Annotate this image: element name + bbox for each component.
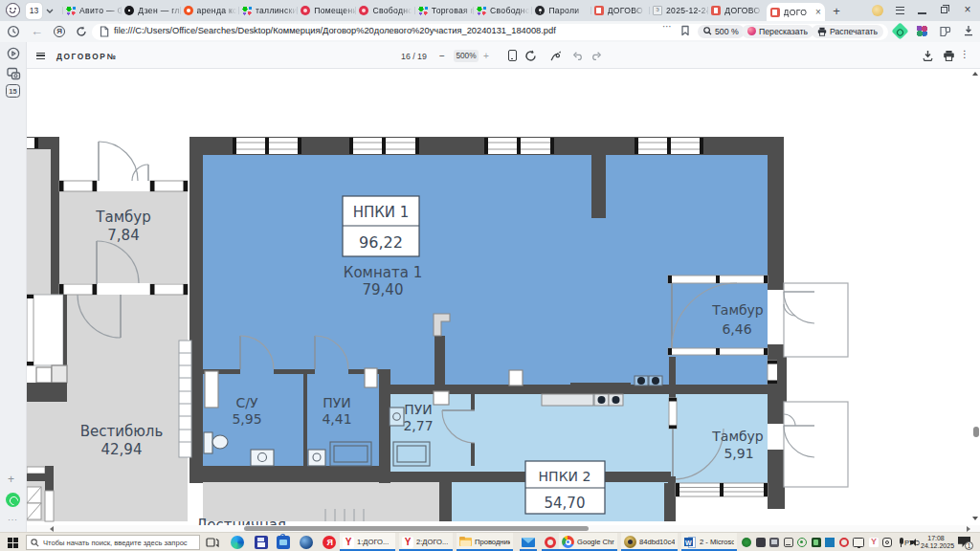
- pdf-kebab-icon[interactable]: ⋮: [960, 49, 969, 59]
- globe-browser-icon[interactable]: [300, 536, 313, 549]
- pdf-annotate-icon[interactable]: [549, 50, 562, 62]
- chrome-icon: [562, 536, 574, 548]
- pdf-download-icon[interactable]: [922, 50, 934, 62]
- scroll-down-arrow[interactable]: [972, 517, 978, 520]
- browser-tab-1[interactable]: Авито — О: [62, 0, 121, 21]
- language-indicator[interactable]: РУС: [904, 539, 919, 547]
- start-button[interactable]: [8, 538, 18, 548]
- horizontal-scroll-thumb[interactable]: [244, 526, 589, 531]
- browser-tab-13[interactable]: ДОГО ×: [767, 3, 825, 21]
- floppy-app-icon[interactable]: [255, 536, 268, 549]
- taskbar-app-explorer[interactable]: Проводник: [457, 533, 513, 551]
- browser-tab-10[interactable]: ДОГОВО: [590, 0, 649, 21]
- tray-darkgreen-icon[interactable]: [812, 538, 821, 547]
- taskbar-app-doc1[interactable]: 1:ДОГО...: [340, 533, 395, 551]
- mail-app-icon[interactable]: [520, 533, 537, 551]
- scroll-right-arrow[interactable]: [967, 526, 970, 532]
- tray-yandex-icon[interactable]: Y: [869, 538, 879, 547]
- tab-group-chevron[interactable]: [43, 3, 56, 19]
- window-close-button[interactable]: ×: [961, 3, 974, 16]
- browser-tab-12[interactable]: ДОГОВО: [707, 0, 766, 21]
- browser-menu-icon[interactable]: [896, 7, 904, 14]
- sidebar-player-icon[interactable]: [7, 47, 20, 60]
- address-bar: ← Я file:///C:/Users/Office/Searches/Des…: [0, 21, 980, 42]
- pdf-zoom-level[interactable]: 500%: [454, 50, 479, 62]
- taskbar-app-word[interactable]: W 2 - Microso...: [681, 533, 737, 551]
- pdf-page[interactable]: Тамбур 7,84 Вестибюль 42,94 Комната 1 79…: [27, 69, 980, 525]
- tray-opera-icon[interactable]: [839, 538, 849, 547]
- edge-icon[interactable]: [231, 536, 244, 549]
- pdf-print-icon[interactable]: [943, 50, 955, 62]
- pdf-undo-icon[interactable]: [573, 52, 584, 60]
- browser-tab-4[interactable]: таллински: [238, 0, 297, 21]
- scroll-up-arrow[interactable]: [972, 72, 978, 76]
- bookmark-icon[interactable]: [680, 25, 690, 36]
- sidebar-add-icon[interactable]: +: [8, 473, 14, 486]
- url-more-icon[interactable]: ⋯: [662, 21, 673, 32]
- window-restore-button[interactable]: [941, 7, 947, 13]
- pdf-menu-icon[interactable]: [36, 53, 45, 59]
- system-tray: Y: [742, 533, 904, 551]
- browser-tab-9[interactable]: Пароли: [531, 0, 590, 21]
- tray-screenshot-icon[interactable]: [769, 538, 779, 547]
- tab-close-icon[interactable]: ×: [815, 8, 821, 17]
- tab-label: Свободно: [372, 6, 412, 15]
- whatsapp-icon[interactable]: [6, 493, 20, 507]
- tab-group-counter[interactable]: 13: [26, 3, 42, 19]
- tray-antivirus-icon[interactable]: [742, 538, 751, 547]
- page-zoom-chip[interactable]: 500 %: [698, 25, 745, 38]
- wall-stub-north: [591, 155, 606, 218]
- vertical-scrollbar[interactable]: [970, 69, 980, 525]
- pdf-zoom-in-button[interactable]: +: [483, 51, 489, 61]
- taskbar-clock[interactable]: 17:08 24.12.2025: [921, 535, 951, 551]
- new-tab-button[interactable]: +: [829, 3, 844, 18]
- room-neighbor: [27, 149, 51, 297]
- collections-icon[interactable]: [939, 25, 951, 37]
- history-icon[interactable]: [7, 25, 20, 38]
- task-view-icon[interactable]: [206, 536, 219, 549]
- sidebar-tabs-counter[interactable]: 15: [6, 84, 20, 98]
- browser-tab-5[interactable]: Помещени: [297, 0, 355, 21]
- pdf-redo-icon[interactable]: [590, 52, 601, 60]
- back-button[interactable]: ←: [31, 26, 43, 37]
- tray-green-icon[interactable]: [797, 538, 807, 547]
- sidebar-screenshot-icon[interactable]: [7, 67, 21, 80]
- pdf-rotate-icon[interactable]: [524, 50, 537, 62]
- vertical-scroll-thumb[interactable]: [973, 427, 979, 437]
- tray-app2-icon[interactable]: [756, 538, 766, 547]
- tray-watch-icon[interactable]: [882, 538, 892, 547]
- browser-tab-6[interactable]: Свободно: [355, 0, 413, 21]
- extension-icon[interactable]: [916, 25, 927, 36]
- retell-chip[interactable]: Пересказать: [742, 25, 813, 38]
- taskbar-app-file84[interactable]: 84dbd10c4...: [621, 533, 678, 551]
- sidebar-more-icon[interactable]: ···: [8, 515, 18, 524]
- browser-tab-3[interactable]: аренда ко: [180, 0, 238, 21]
- downloads-icon[interactable]: [963, 25, 974, 36]
- window-minimize-button[interactable]: [918, 12, 926, 14]
- store-bag-icon[interactable]: [277, 536, 290, 549]
- scroll-left-arrow[interactable]: [50, 526, 54, 532]
- browser-tab-7[interactable]: Торговая п: [414, 0, 473, 21]
- pdf-zoom-out-button[interactable]: −: [439, 51, 445, 61]
- area-room1: 79,40: [363, 281, 404, 298]
- bonus-icon[interactable]: [872, 5, 883, 16]
- taskbar-search-box[interactable]: Чтобы начать поиск, введите здесь запрос: [26, 535, 200, 550]
- wall-unit2-top-bump: [570, 383, 631, 394]
- tray-monitor-icon[interactable]: [853, 538, 864, 547]
- print-chip[interactable]: Распечатать: [812, 25, 883, 38]
- tray-blue-icon[interactable]: [825, 538, 835, 547]
- protect-shield-icon[interactable]: [891, 22, 908, 39]
- profile-avatar-icon[interactable]: [6, 3, 20, 17]
- yandex-search-icon[interactable]: Я: [54, 26, 65, 37]
- browser-tab-8[interactable]: Свободно: [473, 0, 531, 21]
- reload-icon[interactable]: [76, 26, 87, 37]
- horizontal-scrollbar[interactable]: [27, 525, 980, 532]
- browser-tab-2[interactable]: Дзен — гла: [121, 0, 179, 21]
- taskbar-app-doc2[interactable]: 2:ДОГО...: [399, 533, 453, 551]
- yandex-browser-icon[interactable]: Я: [323, 536, 336, 549]
- browser-tab-11[interactable]: 2025-12-24: [649, 0, 707, 21]
- taskbar-app-chrome[interactable]: Google Chr...: [559, 533, 617, 551]
- opera-icon[interactable]: [542, 533, 559, 551]
- tray-display-icon[interactable]: [784, 538, 793, 547]
- pdf-page-view-icon[interactable]: [508, 50, 517, 61]
